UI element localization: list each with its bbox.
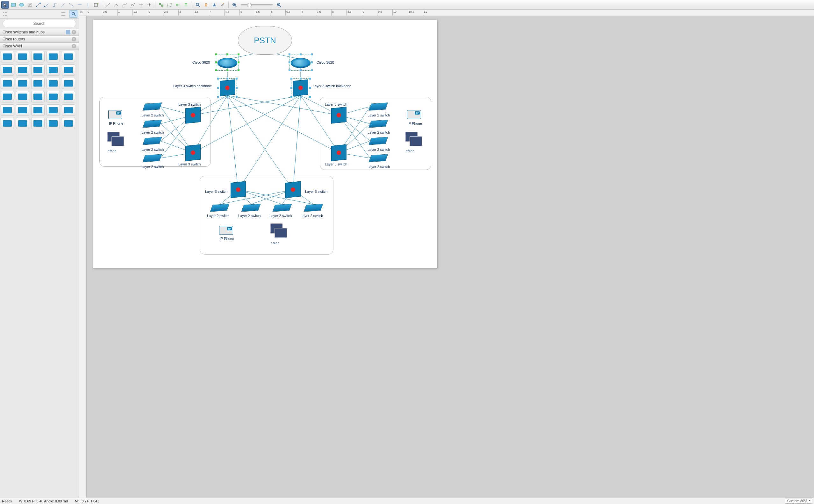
svg-point-15 [196, 3, 199, 6]
svg-rect-10 [167, 3, 171, 6]
tool-pointer[interactable] [1, 1, 9, 9]
svg-point-7 [149, 4, 150, 5]
tool-connector-4[interactable] [59, 1, 67, 9]
tool-align-3[interactable] [174, 1, 181, 9]
tool-hand[interactable] [202, 1, 210, 9]
svg-rect-13 [185, 3, 187, 4]
tool-align-2[interactable] [165, 1, 173, 9]
svg-rect-8 [159, 3, 161, 5]
svg-point-1 [19, 3, 24, 6]
svg-rect-16 [213, 5, 216, 6]
svg-rect-17 [214, 3, 215, 5]
tool-curve-2[interactable] [112, 1, 120, 9]
tool-align-1[interactable] [157, 1, 165, 9]
tool-export[interactable] [92, 1, 100, 9]
tool-curve-5[interactable] [137, 1, 145, 9]
svg-point-5 [44, 6, 45, 7]
svg-rect-0 [11, 3, 16, 6]
tool-rect[interactable] [10, 1, 17, 9]
toolbar-separator [102, 1, 102, 8]
tool-connector-1[interactable] [34, 1, 42, 9]
tool-stamp[interactable] [211, 1, 218, 9]
toolbar-separator [228, 1, 229, 8]
tool-zoom[interactable] [194, 1, 201, 9]
tool-ellipse[interactable] [18, 1, 25, 9]
tool-connector-6[interactable] [76, 1, 83, 9]
svg-point-4 [39, 3, 41, 4]
zoom-slider[interactable] [241, 4, 273, 5]
svg-rect-12 [178, 4, 179, 6]
svg-rect-11 [176, 4, 178, 6]
zoom-in-button[interactable] [275, 1, 283, 9]
tool-connector-2[interactable] [43, 1, 50, 9]
tool-curve-1[interactable] [104, 1, 112, 9]
svg-rect-14 [185, 5, 187, 6]
tool-curve-3[interactable] [121, 1, 128, 9]
tool-text[interactable] [26, 1, 34, 9]
toolbar-separator [155, 1, 155, 8]
zoom-out-button[interactable] [231, 1, 238, 9]
top-toolbar [0, 0, 814, 10]
svg-rect-9 [161, 5, 163, 6]
tool-connector-7[interactable] [84, 1, 92, 9]
toolbar-separator [192, 1, 192, 8]
tool-curve-6[interactable] [145, 1, 153, 9]
svg-point-3 [36, 6, 37, 7]
tool-connector-3[interactable] [51, 1, 59, 9]
tool-align-4[interactable] [182, 1, 190, 9]
tool-wand[interactable] [219, 1, 227, 9]
tool-connector-5[interactable] [67, 1, 75, 9]
tool-curve-4[interactable] [129, 1, 137, 9]
